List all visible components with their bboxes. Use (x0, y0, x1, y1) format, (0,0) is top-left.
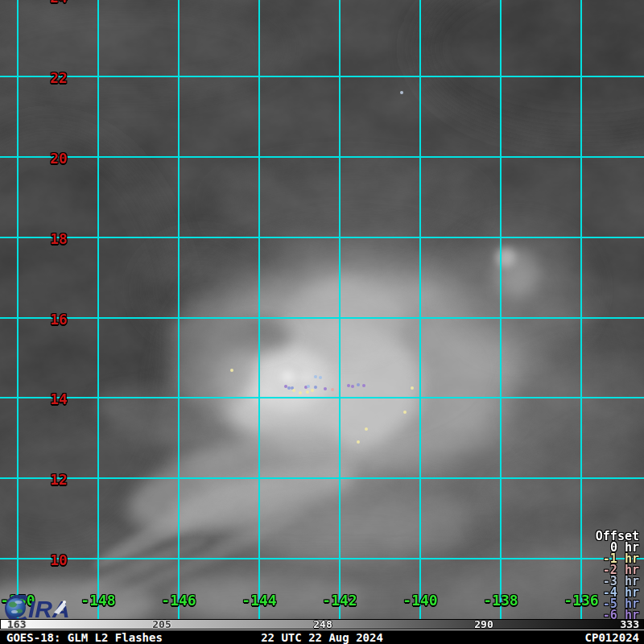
lightning-flash-dot (365, 427, 368, 431)
longitude-grid-line (178, 0, 180, 619)
longitude-label: -136 (564, 592, 598, 609)
longitude-grid-line (419, 0, 421, 619)
longitude-grid-line (339, 0, 341, 619)
lightning-flash-dot (292, 389, 295, 392)
lightning-flash-dot (314, 386, 317, 389)
colorbar-tick-label: 290 (474, 619, 493, 630)
latitude-grid-line (0, 237, 644, 238)
colorbar-tick-label: 248 (313, 619, 332, 630)
latitude-label: 10 (50, 551, 68, 568)
latitude-label: 24 (50, 0, 68, 6)
longitude-label: -148 (80, 592, 115, 609)
longitude-grid-line (500, 0, 502, 619)
lightning-flash-dot (306, 390, 309, 394)
lightning-flash-dot (403, 411, 407, 414)
product-title: GOES-18: GLM L2 Flashes (6, 631, 163, 644)
lightning-flash-dot (311, 389, 314, 392)
latitude-label: 20 (50, 150, 68, 167)
lightning-flash-dot (314, 375, 317, 378)
lightning-flash-dot (347, 384, 350, 387)
lightning-flash-dot (307, 385, 310, 388)
latitude-label: 22 (50, 69, 68, 86)
longitude-grid-line (580, 0, 582, 619)
lightning-flash-dot (299, 391, 302, 394)
satellite-map: Offset 0 hr-1 hr-2 hr-3 hr-4 hr-5 hr-6 h… (0, 0, 644, 619)
longitude-grid-line (258, 0, 260, 619)
lightning-flash-dot (357, 440, 360, 444)
storm-id-badge: CP012024 (585, 631, 639, 644)
longitude-label: -146 (161, 592, 196, 609)
longitude-label: -140 (402, 592, 437, 609)
lightning-flash-dot (351, 385, 354, 388)
lightning-flash-dot (411, 386, 414, 390)
latitude-grid-line (0, 397, 644, 398)
latitude-grid-line (0, 156, 644, 158)
latitude-grid-line (0, 76, 644, 77)
latitude-grid-line (0, 317, 644, 319)
status-bar: GOES-18: GLM L2 Flashes 22 UTC 22 Aug 20… (0, 630, 644, 644)
latitude-label: 14 (50, 390, 68, 407)
latitude-label: 16 (50, 311, 68, 328)
longitude-label: -144 (242, 592, 276, 609)
latitude-label: 18 (50, 230, 68, 247)
cira-logo: IRA (4, 595, 73, 619)
lightning-flash-dot (324, 387, 327, 390)
longitude-grid-line (97, 0, 99, 619)
latitude-grid-line (0, 558, 644, 559)
colorbar-tick-label: 163 (7, 619, 26, 630)
offset-legend: Offset 0 hr-1 hr-2 hr-3 hr-4 hr-5 hr-6 h… (596, 530, 639, 619)
timestamp: 22 UTC 22 Aug 2024 (261, 631, 383, 644)
longitude-label: -142 (322, 592, 357, 609)
colorbar-tick-label: 333 (621, 619, 639, 630)
screen: Offset 0 hr-1 hr-2 hr-3 hr-4 hr-5 hr-6 h… (0, 0, 644, 644)
lightning-flash-dot (319, 376, 322, 379)
lightning-flash-dot (230, 369, 233, 372)
longitude-grid-line (17, 0, 19, 619)
cloud-imagery (0, 0, 644, 619)
latitude-grid-line (0, 477, 644, 479)
longitude-label: -138 (483, 592, 518, 609)
lightning-flash-dot (400, 91, 403, 94)
lightning-flash-dot (362, 384, 365, 387)
lightning-flash-dot (357, 383, 360, 386)
colorbar-tick-label: 205 (152, 619, 171, 630)
latitude-label: 12 (50, 471, 68, 488)
lightning-flash-dot (331, 388, 334, 391)
brightness-temp-colorbar: 163205248290333 (0, 619, 644, 630)
